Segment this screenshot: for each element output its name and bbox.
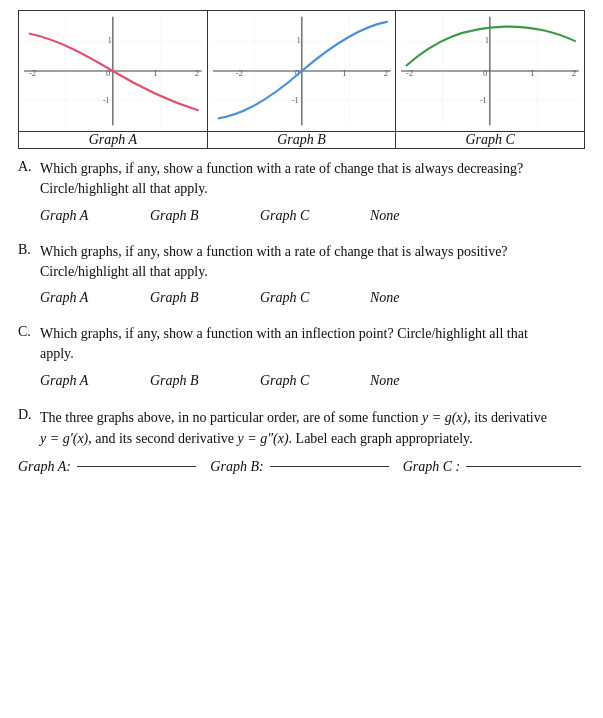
svg-text:-1: -1 [480, 96, 487, 105]
question-a-header: A. Which graphs, if any, show a function… [18, 159, 585, 200]
question-b-answers: Graph A Graph B Graph C None [18, 290, 585, 306]
question-d-header: D. The three graphs above, in no particu… [18, 407, 585, 449]
graph-c-svg: -2 0 1 2 1 -1 [396, 11, 584, 131]
graph-a-cell: -2 0 1 2 1 -1 [19, 11, 208, 132]
label-c-item: Graph C : [393, 459, 585, 475]
graph-c-label: Graph C [396, 132, 585, 149]
question-c-header: C. Which graphs, if any, show a function… [18, 324, 585, 365]
q-b-option-none[interactable]: None [370, 290, 480, 306]
graph-b-svg: -2 0 1 2 1 -1 [208, 11, 396, 131]
svg-text:2: 2 [195, 68, 199, 78]
q-a-option-graph-b[interactable]: Graph B [150, 208, 260, 224]
question-c-block: C. Which graphs, if any, show a function… [18, 324, 585, 389]
question-b-letter: B. [18, 242, 40, 258]
question-d-block: D. The three graphs above, in no particu… [18, 407, 585, 475]
question-a-letter: A. [18, 159, 40, 175]
q-a-option-none[interactable]: None [370, 208, 480, 224]
graph-table: -2 0 1 2 1 -1 [18, 10, 585, 149]
svg-text:-2: -2 [406, 68, 413, 78]
label-a-item: Graph A: [18, 459, 200, 475]
svg-text:-2: -2 [29, 68, 36, 78]
q-b-option-graph-a[interactable]: Graph A [40, 290, 150, 306]
graph-a-label: Graph A [19, 132, 208, 149]
question-a-block: A. Which graphs, if any, show a function… [18, 159, 585, 224]
q-c-option-none[interactable]: None [370, 373, 480, 389]
svg-text:-2: -2 [235, 68, 242, 78]
svg-text:1: 1 [297, 36, 301, 45]
graph-c-cell: -2 0 1 2 1 -1 [396, 11, 585, 132]
question-c-text: Which graphs, if any, show a function wi… [40, 324, 528, 365]
q-c-option-graph-a[interactable]: Graph A [40, 373, 150, 389]
question-b-header: B. Which graphs, if any, show a function… [18, 242, 585, 283]
svg-text:2: 2 [383, 68, 387, 78]
svg-text:1: 1 [531, 68, 535, 78]
label-b-item: Graph B: [200, 459, 392, 475]
label-b-line[interactable] [270, 466, 389, 467]
graph-b-label: Graph B [207, 132, 396, 149]
graph-b-cell: -2 0 1 2 1 -1 [207, 11, 396, 132]
question-d-letter: D. [18, 407, 40, 423]
svg-text:-1: -1 [103, 96, 110, 105]
q-b-option-graph-c[interactable]: Graph C [260, 290, 370, 306]
question-d-text: The three graphs above, in no particular… [40, 407, 547, 449]
questions-section: A. Which graphs, if any, show a function… [18, 159, 585, 475]
label-b-prefix: Graph B: [210, 459, 263, 475]
q-b-option-graph-b[interactable]: Graph B [150, 290, 260, 306]
q-a-option-graph-a[interactable]: Graph A [40, 208, 150, 224]
question-c-letter: C. [18, 324, 40, 340]
svg-text:1: 1 [485, 36, 489, 45]
svg-text:1: 1 [108, 36, 112, 45]
q-a-option-graph-c[interactable]: Graph C [260, 208, 370, 224]
label-a-line[interactable] [77, 466, 196, 467]
q-c-option-graph-b[interactable]: Graph B [150, 373, 260, 389]
svg-text:1: 1 [153, 68, 157, 78]
graph-a-svg: -2 0 1 2 1 -1 [19, 11, 207, 131]
svg-text:0: 0 [483, 68, 488, 78]
question-a-answers: Graph A Graph B Graph C None [18, 208, 585, 224]
svg-text:2: 2 [572, 68, 576, 78]
svg-text:-1: -1 [292, 96, 299, 105]
label-a-prefix: Graph A: [18, 459, 71, 475]
q-c-option-graph-c[interactable]: Graph C [260, 373, 370, 389]
question-b-text: Which graphs, if any, show a function wi… [40, 242, 508, 283]
question-c-answers: Graph A Graph B Graph C None [18, 373, 585, 389]
label-c-line[interactable] [466, 466, 581, 467]
question-b-block: B. Which graphs, if any, show a function… [18, 242, 585, 307]
label-c-prefix: Graph C : [403, 459, 461, 475]
svg-text:1: 1 [342, 68, 346, 78]
label-row: Graph A: Graph B: Graph C : [18, 459, 585, 475]
question-a-text: Which graphs, if any, show a function wi… [40, 159, 523, 200]
